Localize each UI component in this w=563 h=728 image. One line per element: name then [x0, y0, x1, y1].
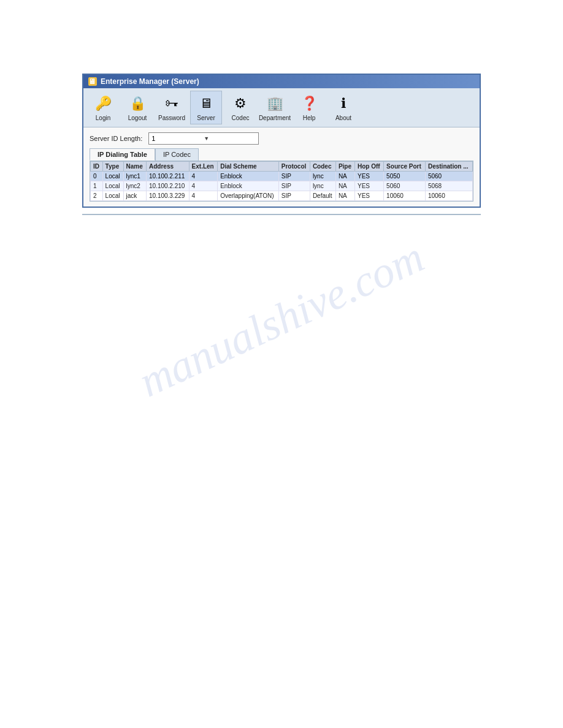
table-cell: 10060: [425, 191, 472, 201]
table-row[interactable]: 1Locallync210.100.2.2104EnblockSIPlyncNA…: [91, 181, 473, 191]
table-cell: lync: [310, 172, 335, 181]
logout-icon: 🔒: [128, 94, 147, 113]
col-hop-off: Hop Off: [354, 162, 383, 172]
server-button[interactable]: 🖥 Server: [190, 91, 222, 124]
help-button[interactable]: ❓ Help: [293, 91, 325, 124]
tabs-row: IP Dialing Table IP Codec: [90, 148, 473, 161]
table-cell: YES: [354, 181, 383, 191]
department-icon: 🏢: [265, 94, 285, 113]
table-cell: Default: [310, 191, 335, 201]
table-cell: 5060: [425, 172, 472, 181]
codec-button[interactable]: ⚙ Codec: [224, 91, 256, 124]
table-cell: jack: [123, 191, 146, 201]
watermark: manualshive.com: [131, 232, 432, 408]
table-cell: 10.100.3.229: [147, 191, 190, 201]
login-button[interactable]: 🔑 Login: [87, 91, 119, 124]
server-id-label: Server ID Length:: [90, 135, 142, 142]
tab-ip-codec[interactable]: IP Codec: [155, 148, 199, 161]
login-icon: 🔑: [93, 94, 113, 113]
app-title: Enterprise Manager (Server): [101, 77, 199, 86]
title-bar: 🖥 Enterprise Manager (Server): [83, 75, 480, 88]
col-id: ID: [91, 162, 103, 172]
app-window: 🖥 Enterprise Manager (Server) 🔑 Login 🔒 …: [82, 74, 481, 208]
col-pipe: Pipe: [335, 162, 354, 172]
table-cell: 5068: [425, 181, 472, 191]
password-icon: 🗝: [162, 94, 182, 113]
password-button[interactable]: 🗝 Password: [156, 91, 188, 124]
logout-label: Logout: [128, 115, 147, 121]
table-cell: NA: [335, 191, 354, 201]
table-cell: SIP: [278, 181, 310, 191]
table-cell: 4: [189, 191, 218, 201]
col-codec: Codec: [310, 162, 335, 172]
title-bar-icon: 🖥: [88, 77, 97, 86]
table-cell: lync1: [123, 172, 146, 181]
toolbar: 🔑 Login 🔒 Logout 🗝 Password 🖥 Server ⚙ C…: [83, 88, 480, 127]
content-area: Server ID Length: 1 ▼ IP Dialing Table I…: [83, 127, 480, 207]
dropdown-arrow-icon: ▼: [204, 135, 256, 142]
col-dest-port: Destination ...: [425, 162, 472, 172]
table-row[interactable]: 0Locallync110.100.2.2114EnblockSIPlyncNA…: [91, 172, 473, 181]
table-cell: 10.100.2.210: [147, 181, 190, 191]
table-cell: Enblock: [218, 181, 279, 191]
col-dial-scheme: Dial Scheme: [218, 162, 279, 172]
table-cell: Local: [102, 172, 123, 181]
ip-dialing-table: ID Type Name Address Ext.Len Dial Scheme…: [90, 161, 473, 201]
table-cell: NA: [335, 181, 354, 191]
col-source-port: Source Port: [384, 162, 426, 172]
department-button[interactable]: 🏢 Department: [259, 91, 291, 124]
divider-line: [82, 214, 481, 215]
table-cell: 4: [189, 181, 218, 191]
table-cell: 0: [91, 172, 103, 181]
help-label: Help: [303, 115, 316, 121]
table-cell: lync: [310, 181, 335, 191]
table-cell: Overlapping(ATON): [218, 191, 279, 201]
server-label: Server: [197, 115, 215, 121]
help-icon: ❓: [299, 94, 319, 113]
server-id-row: Server ID Length: 1 ▼: [90, 132, 473, 145]
about-icon: ℹ: [334, 94, 353, 113]
table-cell: lync2: [123, 181, 146, 191]
about-label: About: [335, 115, 351, 121]
table-cell: Enblock: [218, 172, 279, 181]
codec-icon: ⚙: [231, 94, 250, 113]
table-cell: YES: [354, 172, 383, 181]
table-cell: SIP: [278, 172, 310, 181]
tab-ip-dialing[interactable]: IP Dialing Table: [90, 148, 155, 161]
codec-label: Codec: [232, 115, 250, 121]
table-cell: 10060: [384, 191, 426, 201]
table-cell: 5060: [384, 181, 426, 191]
table-cell: Local: [102, 191, 123, 201]
table-cell: SIP: [278, 191, 310, 201]
table-cell: 5050: [384, 172, 426, 181]
table-cell: 1: [91, 181, 103, 191]
password-label: Password: [158, 115, 185, 121]
col-protocol: Protocol: [278, 162, 310, 172]
table-cell: 4: [189, 172, 218, 181]
server-id-dropdown[interactable]: 1 ▼: [148, 132, 259, 145]
about-button[interactable]: ℹ About: [327, 91, 359, 124]
server-icon: 🖥: [196, 94, 216, 113]
table-cell: 2: [91, 191, 103, 201]
table-cell: Local: [102, 181, 123, 191]
table-header-row: ID Type Name Address Ext.Len Dial Scheme…: [91, 162, 473, 172]
col-type: Type: [102, 162, 123, 172]
table-cell: NA: [335, 172, 354, 181]
server-id-value: 1: [151, 135, 204, 142]
table-wrapper: ID Type Name Address Ext.Len Dial Scheme…: [90, 161, 473, 202]
table-cell: 10.100.2.211: [147, 172, 190, 181]
department-label: Department: [259, 115, 291, 121]
col-extlen: Ext.Len: [189, 162, 218, 172]
table-row[interactable]: 2Localjack10.100.3.2294Overlapping(ATON)…: [91, 191, 473, 201]
login-label: Login: [96, 115, 110, 121]
table-cell: YES: [354, 191, 383, 201]
col-name: Name: [123, 162, 146, 172]
col-address: Address: [147, 162, 190, 172]
logout-button[interactable]: 🔒 Logout: [121, 91, 153, 124]
